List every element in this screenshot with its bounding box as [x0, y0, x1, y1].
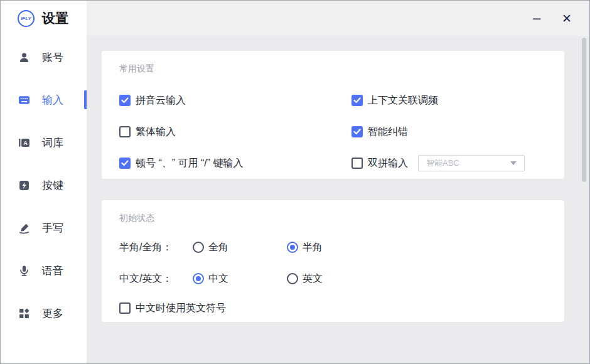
dictionary-icon: A	[18, 137, 30, 149]
checkbox-box	[119, 126, 131, 137]
keyboard-icon	[18, 94, 30, 106]
chinese-english-row: 中文/英文： 中文 英文	[119, 263, 547, 294]
card-gap	[102, 179, 589, 200]
checkbox-label: 双拼输入	[368, 157, 408, 170]
card-title: 初始状态	[119, 200, 547, 224]
checkbox-box	[351, 95, 363, 106]
checkbox-english-symbols-in-chinese[interactable]: 中文时使用英文符号	[119, 302, 226, 315]
content: 常用设置 拼音云输入 上下文关联调频	[87, 36, 589, 363]
sidebar-item-label: 语音	[42, 264, 63, 278]
radio-fullwidth[interactable]: 全角	[193, 241, 287, 254]
radio-row-label: 半角/全角：	[119, 241, 193, 254]
checkbox-box	[119, 95, 131, 106]
page-title: 设置	[42, 9, 68, 27]
sidebar-item-label: 账号	[42, 50, 63, 65]
user-icon	[18, 51, 30, 63]
shuangpin-setting: 双拼输入 智能ABC	[351, 155, 547, 171]
radio-english[interactable]: 英文	[287, 272, 381, 286]
checkbox-smart-correction[interactable]: 智能纠错	[351, 126, 547, 139]
checkbox-context-frequency[interactable]: 上下文关联调频	[351, 94, 547, 107]
sidebar-item-handwriting[interactable]: 手写	[1, 206, 87, 249]
settings-row: 拼音云输入 上下文关联调频	[119, 85, 547, 116]
sidebar-item-more[interactable]: 更多	[1, 292, 87, 335]
checkbox-box	[119, 302, 131, 314]
radio-circle	[193, 273, 204, 284]
sidebar: iFLY 设置 账号 输入 A	[1, 1, 87, 363]
radio-halfwidth[interactable]: 半角	[287, 241, 381, 254]
radio-label: 全角	[208, 241, 228, 254]
checkbox-box	[351, 126, 363, 137]
card-title: 常用设置	[119, 51, 547, 75]
sidebar-item-dictionary[interactable]: A 词库	[1, 121, 87, 164]
more-grid-icon	[18, 308, 30, 319]
close-button[interactable]: ✕	[560, 13, 573, 24]
ifly-logo-icon: iFLY	[18, 10, 35, 27]
checkbox-dunhao-slash-key[interactable]: 顿号 “、” 可用 “/” 键输入	[119, 157, 351, 170]
handwriting-icon	[18, 222, 30, 234]
sidebar-item-label: 更多	[42, 306, 63, 321]
logo-text: iFLY	[21, 16, 31, 21]
titlebar: – ✕	[87, 1, 589, 36]
initial-state-card: 初始状态 半角/全角： 全角 半角 中文/英	[102, 200, 564, 322]
settings-row: 顿号 “、” 可用 “/” 键输入 双拼输入 智能ABC	[119, 147, 547, 179]
scrollbar-thumb[interactable]	[582, 38, 586, 182]
checkbox-label: 上下文关联调频	[368, 94, 438, 107]
sidebar-nav: 账号 输入 A 词库 按键	[1, 36, 87, 335]
checkbox-shuangpin-input[interactable]: 双拼输入	[351, 157, 408, 170]
checkbox-box	[119, 158, 131, 169]
checkbox-traditional-input[interactable]: 繁体输入	[119, 126, 351, 139]
settings-window: iFLY 设置 账号 输入 A	[0, 0, 590, 364]
checkbox-label: 顿号 “、” 可用 “/” 键输入	[136, 157, 244, 170]
checkbox-label: 中文时使用英文符号	[136, 302, 226, 315]
checkbox-label: 智能纠错	[368, 126, 408, 139]
radio-label: 中文	[208, 272, 228, 286]
radio-label: 英文	[303, 272, 323, 286]
sidebar-item-input[interactable]: 输入	[1, 78, 87, 121]
halfwidth-fullwidth-row: 半角/全角： 全角 半角	[119, 232, 547, 263]
minimize-button[interactable]: –	[530, 11, 543, 25]
radio-circle	[193, 242, 204, 253]
sidebar-item-label: 手写	[42, 221, 63, 235]
scrollbar[interactable]	[582, 37, 587, 363]
checkbox-label: 繁体输入	[136, 126, 176, 139]
radio-circle	[287, 242, 298, 253]
svg-text:A: A	[23, 139, 28, 146]
shuangpin-scheme-select[interactable]: 智能ABC	[418, 155, 525, 171]
settings-row: 繁体输入 智能纠错	[119, 116, 547, 147]
sidebar-item-label: 输入	[42, 93, 63, 107]
dropdown-value: 智能ABC	[426, 158, 459, 169]
brand: iFLY 设置	[1, 1, 87, 36]
checkbox-label: 拼音云输入	[136, 94, 186, 107]
main-area: – ✕ 常用设置 拼音云输入	[87, 1, 589, 363]
radio-circle	[287, 273, 298, 284]
key-icon	[18, 179, 30, 191]
radio-chinese[interactable]: 中文	[193, 272, 287, 286]
common-settings-card: 常用设置 拼音云输入 上下文关联调频	[102, 51, 564, 179]
initial-state-rows: 半角/全角： 全角 半角 中文/英文：	[119, 232, 547, 322]
sidebar-item-label: 词库	[42, 136, 63, 150]
chevron-down-icon	[510, 161, 517, 165]
sidebar-item-account[interactable]: 账号	[1, 36, 87, 78]
radio-label: 半角	[303, 241, 323, 254]
radio-row-label: 中文/英文：	[119, 272, 193, 286]
english-symbols-row: 中文时使用英文符号	[119, 294, 547, 322]
sidebar-item-voice[interactable]: 语音	[1, 249, 87, 292]
sidebar-item-label: 按键	[42, 178, 63, 193]
checkbox-box	[351, 158, 363, 169]
sidebar-item-keys[interactable]: 按键	[1, 164, 87, 206]
microphone-icon	[18, 265, 30, 277]
common-settings-grid: 拼音云输入 上下文关联调频	[119, 85, 547, 179]
checkbox-pinyin-cloud-input[interactable]: 拼音云输入	[119, 94, 351, 107]
